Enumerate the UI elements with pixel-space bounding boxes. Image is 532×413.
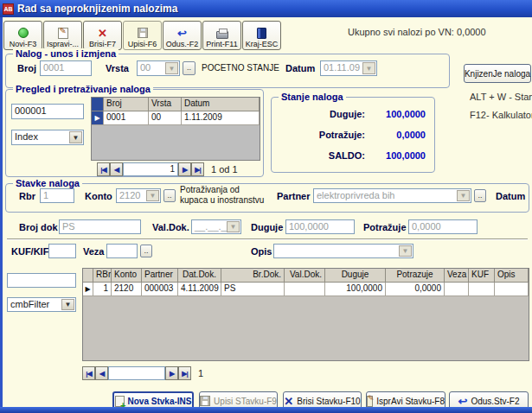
undo-icon: ↩ bbox=[458, 396, 467, 407]
nalog-datum-label: Datum bbox=[285, 63, 315, 73]
cell-vrsta[interactable]: 00 bbox=[149, 111, 182, 125]
stavke-grid-row[interactable]: ▶ 1 2120 000003 4.11.2009 PS 100,0000 0,… bbox=[83, 283, 529, 296]
cell-veza[interactable] bbox=[445, 283, 469, 296]
nav-last-button[interactable]: ▶| bbox=[178, 366, 191, 380]
nav-prev-button[interactable]: ◀ bbox=[110, 162, 123, 176]
cell-potrazuje[interactable]: 0,0000 bbox=[386, 283, 445, 296]
valdok-combo[interactable]: __.__.__▼ bbox=[191, 219, 241, 234]
kufkif-field[interactable] bbox=[48, 244, 76, 258]
vrsta-lookup-button[interactable]: .. bbox=[183, 61, 195, 75]
window-border-bottom bbox=[0, 407, 532, 413]
opis-label: Opis bbox=[251, 246, 272, 257]
partner-lookup-button[interactable]: .. bbox=[474, 189, 486, 202]
konto-combo[interactable]: 2120▼ bbox=[116, 188, 161, 203]
window-border-left bbox=[0, 17, 3, 413]
konto-label: Konto bbox=[85, 191, 112, 201]
delete-icon: ✕ bbox=[98, 26, 107, 40]
brojdok-field[interactable]: PS bbox=[59, 219, 141, 234]
broj-field[interactable]: 0001 bbox=[40, 60, 92, 76]
konto-lookup-button[interactable]: .. bbox=[163, 189, 176, 202]
duguje-total-value: 100,0000 bbox=[346, 109, 426, 119]
nalog-group-legend: Nalog - unos i izmjena bbox=[13, 48, 119, 59]
cell-kuf[interactable] bbox=[469, 283, 495, 296]
nalog-datum-combo[interactable]: 01.11.09▼ bbox=[320, 60, 377, 76]
toolbar-button-novi[interactable]: Novi-F3 bbox=[3, 21, 42, 50]
stavke-grid-header: RBr Konto Partner Dat.Dok. Br.Dok. Val.D… bbox=[83, 269, 529, 283]
cell-konto[interactable]: 2120 bbox=[112, 283, 142, 296]
chevron-down-icon[interactable]: ▼ bbox=[362, 62, 375, 74]
add-item-icon bbox=[115, 396, 125, 407]
column-header-vrsta: Vrsta bbox=[149, 98, 182, 111]
valdok-label: Val.Dok. bbox=[152, 222, 189, 232]
veza-field[interactable] bbox=[106, 244, 138, 258]
column-header-datum: Datum bbox=[182, 98, 260, 111]
nav-next-button[interactable]: ▶ bbox=[178, 162, 191, 176]
cell-partner[interactable]: 000003 bbox=[142, 283, 178, 296]
nav-next-button[interactable]: ▶ bbox=[165, 366, 178, 380]
potrazuje-field[interactable]: 0,0000 bbox=[408, 219, 478, 234]
chevron-down-icon[interactable]: ▼ bbox=[61, 299, 74, 310]
knjizenje-naloga-button[interactable]: KnjizenJe naloga bbox=[464, 64, 531, 83]
toolbar-button-brisi[interactable]: ✕ Brisi-F7 bbox=[83, 21, 122, 50]
nalozi-grid-row[interactable]: ▶ 0001 00 1.11.2009 bbox=[92, 111, 260, 125]
total-summary-text: Ukupno svi nalozi po VN: 0,0000 bbox=[348, 27, 486, 37]
nalog-search-input[interactable]: 000001 bbox=[11, 104, 84, 119]
toolbar-button-print[interactable]: Print-F11 bbox=[202, 21, 241, 50]
column-header-brdok: Br.Dok. bbox=[221, 269, 285, 283]
record-count-text: 1 od 1 bbox=[211, 164, 238, 175]
nav-position-box[interactable] bbox=[108, 366, 165, 380]
cell-datum[interactable]: 1.11.2009 bbox=[182, 111, 260, 125]
chevron-down-icon[interactable]: ▼ bbox=[227, 221, 240, 232]
column-header-duguje: Duguje bbox=[325, 269, 386, 283]
row-selector-icon: ▶ bbox=[92, 111, 104, 125]
record-count-text: 1 bbox=[198, 368, 203, 378]
nalozi-record-navigator: |◀ ◀ 1 ▶ ▶| 1 od 1 bbox=[97, 162, 238, 176]
column-header-partner: Partner bbox=[142, 269, 178, 283]
kufkif-label: KUF/KIF bbox=[11, 246, 48, 257]
rbr-field[interactable]: 1 bbox=[40, 188, 74, 203]
brojdok-label: Broj dok bbox=[19, 222, 58, 232]
nav-position-box[interactable]: 1 bbox=[123, 162, 178, 176]
chevron-down-icon[interactable]: ▼ bbox=[165, 62, 178, 74]
cell-opis[interactable] bbox=[495, 283, 529, 296]
nav-first-button[interactable]: |◀ bbox=[97, 162, 110, 176]
stavke-filter-combo[interactable]: cmbFilter▼ bbox=[7, 297, 76, 312]
nav-first-button[interactable]: |◀ bbox=[82, 366, 95, 380]
opis-combo[interactable]: ▼ bbox=[273, 244, 413, 258]
saldo-value: 100,0000 bbox=[346, 150, 426, 161]
row-selector-icon: ▶ bbox=[83, 283, 93, 296]
stavke-record-navigator: |◀ ◀ ▶ ▶| 1 bbox=[82, 366, 203, 380]
chevron-down-icon[interactable]: ▼ bbox=[457, 190, 470, 201]
toolbar-button-upisi[interactable]: Upisi-F6 bbox=[123, 21, 162, 50]
printer-icon bbox=[216, 26, 228, 40]
veza-lookup-button[interactable]: .. bbox=[140, 245, 152, 257]
duguje-field[interactable]: 100,0000 bbox=[285, 219, 355, 234]
chevron-down-icon[interactable]: ▼ bbox=[69, 131, 82, 143]
toolbar-button-ispravi[interactable]: Ispravi-... bbox=[43, 21, 82, 50]
cell-duguje[interactable]: 100,0000 bbox=[325, 283, 386, 296]
search-index-combo[interactable]: Index▼ bbox=[11, 130, 84, 145]
cell-rbr[interactable]: 1 bbox=[93, 283, 112, 296]
stavke-filter-input[interactable] bbox=[7, 273, 76, 288]
nav-last-button[interactable]: ▶| bbox=[191, 162, 204, 176]
pregled-group-legend: Pregled i pretraživanje naloga bbox=[13, 84, 153, 94]
cell-broj[interactable]: 0001 bbox=[104, 111, 149, 125]
chevron-down-icon[interactable]: ▼ bbox=[399, 245, 412, 257]
selector-header-cell bbox=[92, 98, 104, 111]
nalozi-grid: Broj Vrsta Datum ▶ 0001 00 1.11.2009 bbox=[91, 97, 260, 161]
cell-brdok[interactable]: PS bbox=[221, 283, 285, 296]
nav-prev-button[interactable]: ◀ bbox=[95, 366, 108, 380]
chevron-down-icon[interactable]: ▼ bbox=[146, 190, 159, 201]
vrsta-combo[interactable]: 00▼ bbox=[137, 60, 180, 76]
partner-combo[interactable]: elektroprivreda bih▼ bbox=[313, 188, 471, 203]
app-icon: AB bbox=[3, 3, 14, 15]
toolbar-button-odustani[interactable]: ↩ Odus.-F2 bbox=[163, 21, 202, 50]
cell-valdok[interactable] bbox=[285, 283, 325, 296]
title-bar: AB Rad sa neproknjizenim nalozima bbox=[0, 0, 532, 17]
column-header-veza: Veza bbox=[445, 269, 469, 283]
column-header-rbr: RBr bbox=[93, 269, 112, 283]
cell-datdok[interactable]: 4.11.2009 bbox=[178, 283, 221, 296]
hint-f12: F12- Kalkulator bbox=[470, 110, 532, 120]
potrazuje-total-value: 0,0000 bbox=[346, 130, 426, 140]
toolbar-button-kraj[interactable]: Kraj-ESC bbox=[242, 21, 281, 50]
